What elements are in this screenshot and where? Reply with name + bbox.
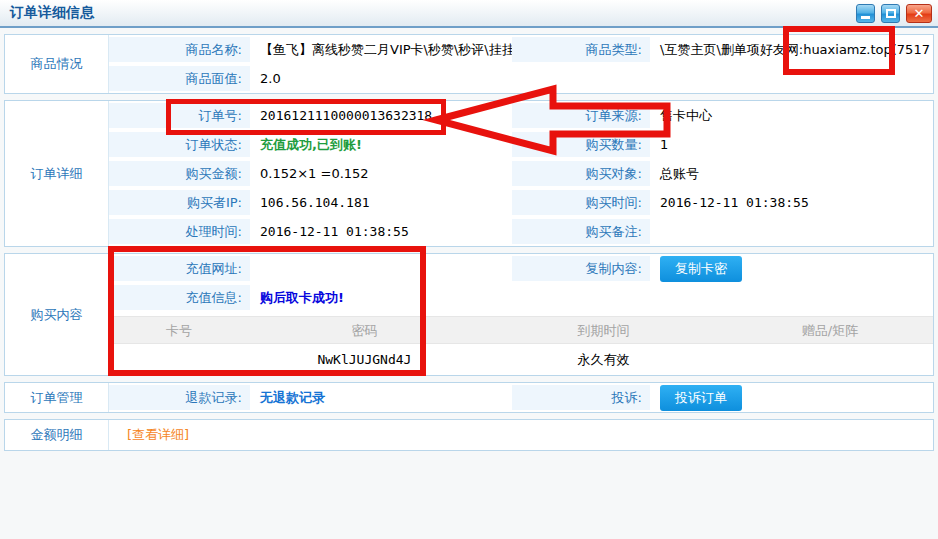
section-purchase: 购买内容 充值网址: 复制内容: 复制卡密 充值信息: 购后取卡成功! 卡号 密… [4, 253, 934, 376]
order-amount-value: 0.152×1 =0.152 [250, 166, 512, 181]
order-status-label: 订单状态: [109, 132, 250, 157]
order-process-time-value: 2016-12-11 01:38:55 [250, 224, 512, 239]
maximize-icon [886, 9, 896, 18]
order-source-value: 售卡中心 [650, 107, 933, 125]
section-product: 商品情况 商品名称: 【鱼飞】离线秒赞二月VIP卡\秒赞\秒评\挂挂 商品类型:… [4, 34, 934, 94]
card-number-cell [109, 344, 249, 375]
section-order: 订单详细 订单号: 2016121110000013632318 订单来源: 售… [4, 100, 934, 247]
refund-record-value: 无退款记录 [250, 389, 512, 407]
manage-row: 退款记录: 无退款记录 投诉: 投诉订单 [109, 383, 933, 412]
col-card-number: 卡号 [109, 317, 249, 345]
col-password: 密码 [249, 317, 480, 345]
section-amount: 金额明细 [查看详细] [4, 419, 934, 451]
order-qty-value: 1 [650, 137, 933, 152]
purchase-row-1: 充值网址: 复制内容: 复制卡密 [109, 254, 933, 283]
product-type-value: \互赞主页\删单项好友网:huaxiamz.top(7517 [650, 41, 933, 59]
section-manage-label: 订单管理 [5, 383, 109, 412]
order-buy-time-value: 2016-12-11 01:38:55 [650, 195, 933, 210]
order-row-5: 处理时间: 2016-12-11 01:38:55 购买备注: [109, 217, 933, 246]
order-target-value: 总账号 [650, 165, 933, 183]
card-table-row: NwKlJUJGNd4J 永久有效 [109, 344, 933, 375]
complain-order-button[interactable]: 投诉订单 [660, 385, 742, 411]
product-name-value: 【鱼飞】离线秒赞二月VIP卡\秒赞\秒评\挂挂 [250, 41, 512, 59]
copy-content-label: 复制内容: [512, 256, 650, 281]
section-product-label: 商品情况 [5, 35, 109, 93]
order-row-4: 购买者IP: 106.56.104.181 购买时间: 2016-12-11 0… [109, 188, 933, 217]
order-row-1: 订单号: 2016121110000013632318 订单来源: 售卡中心 [109, 101, 933, 130]
minimize-icon [861, 16, 870, 19]
order-ip-label: 购买者IP: [109, 190, 250, 215]
order-status-value: 充值成功,已到账! [250, 136, 512, 154]
maximize-button[interactable] [881, 4, 900, 23]
order-no-label: 订单号: [109, 103, 250, 128]
product-row-1: 商品名称: 【鱼飞】离线秒赞二月VIP卡\秒赞\秒评\挂挂 商品类型: \互赞主… [109, 35, 933, 64]
complain-label: 投诉: [512, 385, 650, 410]
section-order-label: 订单详细 [5, 101, 109, 246]
order-buy-time-label: 购买时间: [512, 190, 650, 215]
order-amount-label: 购买金额: [109, 161, 250, 186]
view-amount-detail-link[interactable]: [查看详细] [109, 426, 189, 444]
recharge-info-label: 充值信息: [109, 285, 250, 310]
product-face-label: 商品面值: [109, 66, 250, 91]
close-button[interactable]: ✕ [906, 4, 932, 23]
order-row-3: 购买金额: 0.152×1 =0.152 购买对象: 总账号 [109, 159, 933, 188]
order-target-label: 购买对象: [512, 161, 650, 186]
recharge-url-label: 充值网址: [109, 256, 250, 281]
order-no-value: 2016121110000013632318 [250, 108, 512, 123]
order-qty-label: 购买数量: [512, 132, 650, 157]
window-title: 订单详细信息 [10, 4, 94, 22]
product-row-2: 商品面值: 2.0 [109, 64, 933, 93]
order-ip-value: 106.56.104.181 [250, 195, 512, 210]
section-amount-label: 金额明细 [5, 420, 109, 450]
minimize-button[interactable] [856, 4, 875, 23]
product-name-label: 商品名称: [109, 37, 250, 62]
card-table: 卡号 密码 到期时间 赠品/矩阵 NwKlJUJGNd4J 永久有效 [109, 316, 933, 375]
col-expire-time: 到期时间 [480, 317, 727, 345]
section-purchase-label: 购买内容 [5, 254, 109, 375]
recharge-info-value: 购后取卡成功! [250, 289, 512, 307]
order-process-time-label: 处理时间: [109, 219, 250, 244]
card-table-header: 卡号 密码 到期时间 赠品/矩阵 [109, 316, 933, 344]
section-manage: 订单管理 退款记录: 无退款记录 投诉: 投诉订单 [4, 382, 934, 413]
purchase-row-2: 充值信息: 购后取卡成功! [109, 283, 933, 312]
order-source-label: 订单来源: [512, 103, 650, 128]
titlebar: 订单详细信息 ✕ [0, 0, 938, 28]
order-row-2: 订单状态: 充值成功,已到账! 购买数量: 1 [109, 130, 933, 159]
close-icon: ✕ [914, 7, 925, 20]
gift-matrix-cell [727, 344, 933, 375]
product-type-label: 商品类型: [512, 37, 650, 62]
password-cell: NwKlJUJGNd4J [249, 344, 480, 375]
copy-card-secret-button[interactable]: 复制卡密 [660, 256, 742, 282]
product-face-value: 2.0 [250, 71, 512, 86]
window-controls: ✕ [856, 4, 932, 23]
col-gift-matrix: 赠品/矩阵 [727, 317, 933, 345]
expire-time-cell: 永久有效 [480, 344, 727, 375]
refund-record-label: 退款记录: [109, 385, 250, 410]
order-remark-label: 购买备注: [512, 219, 650, 244]
